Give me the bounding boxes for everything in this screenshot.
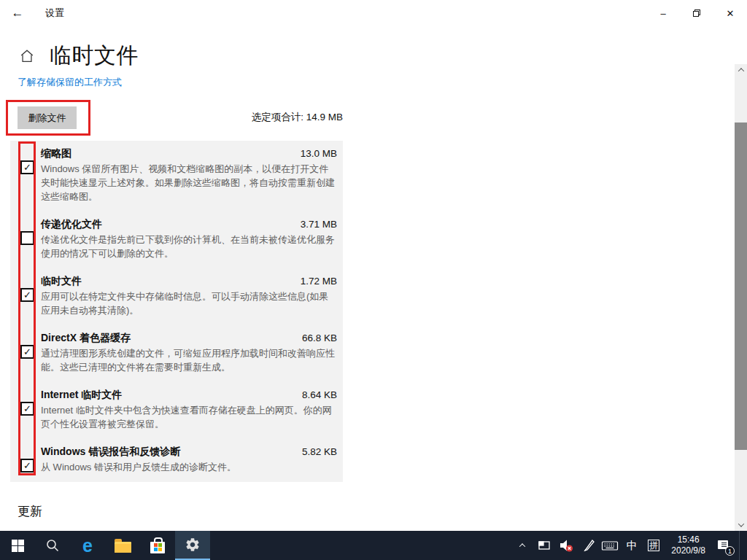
- list-item-delivery-optimization: 传递优化文件 3.71 MB 传递优化文件是指先前已下载到你的计算机、在当前未被…: [10, 211, 343, 268]
- check-icon: ✓: [23, 403, 31, 414]
- app-title: 设置: [45, 7, 64, 20]
- folder-icon: [115, 542, 131, 553]
- touch-keyboard-tray-icon[interactable]: [601, 531, 619, 560]
- checkbox-thumbnails[interactable]: ✓: [20, 160, 34, 174]
- taskbar-clock[interactable]: 15:46 2020/9/8: [667, 534, 710, 556]
- monitor-icon: [537, 538, 551, 553]
- item-title: Internet 临时文件: [41, 389, 122, 402]
- list-item-temp-files: ✓ 临时文件 1.72 MB 应用可以在特定文件夹中存储临时信息。可以手动清除这…: [10, 268, 343, 325]
- item-description: 应用可以在特定文件夹中存储临时信息。可以手动清除这些信息(如果应用未自动将其清除…: [41, 289, 336, 317]
- item-description: 传递优化文件是指先前已下载到你的计算机、在当前未被传递优化服务使用的情况下可以删…: [41, 233, 336, 260]
- restore-icon: [693, 9, 700, 17]
- item-size: 13.0 MB: [301, 148, 337, 159]
- item-title: Windows 错误报告和反馈诊断: [41, 446, 180, 459]
- chevron-up-icon: [519, 543, 525, 549]
- list-item-internet-temp: ✓ Internet 临时文件 8.64 KB Internet 临时文件夹中包…: [10, 382, 343, 439]
- selected-total: 选定项合计: 14.9 MB: [182, 111, 343, 124]
- item-size: 5.82 KB: [302, 446, 337, 457]
- pen-tray-icon[interactable]: [579, 531, 597, 560]
- close-icon: ✕: [727, 8, 735, 19]
- network-tray-icon[interactable]: [535, 531, 553, 560]
- learn-storage-link[interactable]: 了解存储保留的工作方式: [18, 76, 122, 89]
- page-header: 临时文件: [19, 41, 139, 71]
- close-button[interactable]: ✕: [713, 0, 747, 26]
- item-title: 传递优化文件: [41, 218, 102, 231]
- item-description: Windows 保留所有图片、视频和文档缩略图的副本，以便在打开文件夹时能快速显…: [41, 162, 336, 203]
- taskbar: e: [0, 531, 747, 560]
- pinyin-badge: 拼: [648, 540, 659, 551]
- ime-language-indicator[interactable]: 中: [623, 531, 640, 560]
- search-icon: [45, 538, 60, 553]
- update-section-header: 更新: [18, 503, 42, 520]
- delete-files-button[interactable]: 删除文件: [18, 106, 77, 129]
- item-size: 1.72 MB: [301, 276, 337, 287]
- back-button[interactable]: ←: [0, 0, 35, 26]
- search-button[interactable]: [35, 531, 70, 560]
- check-icon: ✓: [23, 346, 31, 357]
- minimize-button[interactable]: –: [646, 0, 680, 26]
- item-description: 通过清理图形系统创建的文件，可缩短应用程序加载时间和改善响应性能。这些已清理的文…: [41, 346, 336, 374]
- minimize-icon: –: [660, 8, 665, 19]
- item-size: 8.64 KB: [302, 389, 337, 400]
- file-explorer-button[interactable]: [105, 531, 140, 560]
- tray-expand-button[interactable]: [514, 531, 531, 560]
- clock-time: 15:46: [671, 534, 705, 545]
- list-item-thumbnails: ✓ 缩略图 13.0 MB Windows 保留所有图片、视频和文档缩略图的副本…: [10, 141, 343, 211]
- check-icon: ✓: [23, 289, 31, 300]
- item-description: 从 Windows 错误和用户反馈生成的诊断文件。: [41, 460, 336, 474]
- clock-date: 2020/9/8: [671, 545, 705, 556]
- check-icon: ✓: [23, 162, 31, 173]
- window-controls: – ✕: [646, 0, 747, 26]
- chevron-up-icon: [738, 68, 743, 74]
- checkbox-temp-files[interactable]: ✓: [20, 288, 34, 302]
- temp-file-list: ✓ 缩略图 13.0 MB Windows 保留所有图片、视频和文档缩略图的副本…: [10, 141, 343, 482]
- restore-button[interactable]: [680, 0, 713, 26]
- item-size: 3.71 MB: [301, 219, 337, 230]
- checkbox-internet-temp[interactable]: ✓: [20, 402, 34, 416]
- keyboard-icon: [601, 538, 619, 553]
- back-arrow-icon: ←: [12, 6, 24, 20]
- titlebar: ← 设置 – ✕: [0, 0, 747, 26]
- vertical-scrollbar[interactable]: [735, 64, 747, 531]
- speaker-muted-icon: [558, 537, 574, 553]
- store-icon: [150, 542, 165, 553]
- scrollbar-thumb[interactable]: [735, 122, 747, 450]
- start-button[interactable]: [0, 531, 35, 560]
- checkbox-directx-cache[interactable]: ✓: [20, 345, 34, 359]
- home-icon: [19, 48, 35, 64]
- action-center-button[interactable]: 1: [714, 531, 732, 560]
- system-tray: 中 拼 15:46 2020/9/8 1: [514, 531, 747, 560]
- gear-icon: [185, 537, 201, 553]
- edge-icon: e: [82, 537, 93, 555]
- chevron-down-icon: [738, 521, 743, 526]
- item-title: 缩略图: [41, 147, 71, 160]
- ime-pinyin-indicator[interactable]: 拼: [645, 531, 662, 560]
- show-desktop-strip[interactable]: [739, 531, 740, 560]
- store-button[interactable]: [140, 531, 175, 560]
- check-icon: ✓: [23, 460, 31, 471]
- settings-window: ← 设置 – ✕ 临时文件 了解存储保留的工作方式 删除文件 选定项合计: 14…: [0, 0, 747, 560]
- checkbox-error-reports[interactable]: ✓: [20, 459, 34, 472]
- list-item-error-reports: ✓ Windows 错误报告和反馈诊断 5.82 KB 从 Windows 错误…: [10, 439, 343, 482]
- notification-badge: 1: [725, 546, 735, 556]
- item-description: Internet 临时文件夹中包含为快速查看而存储在硬盘上的网页。你的网页个性化…: [41, 403, 336, 431]
- pen-icon: [581, 538, 595, 553]
- scroll-down-button[interactable]: [735, 519, 747, 531]
- windows-logo-icon: [12, 540, 24, 552]
- item-size: 66.8 KB: [302, 332, 337, 343]
- scroll-up-button[interactable]: [735, 64, 747, 76]
- settings-taskbar-button[interactable]: [175, 531, 210, 560]
- edge-button[interactable]: e: [70, 531, 105, 560]
- list-item-directx-cache: ✓ DirectX 着色器缓存 66.8 KB 通过清理图形系统创建的文件，可缩…: [10, 325, 343, 382]
- volume-muted-tray-icon[interactable]: [557, 531, 575, 560]
- item-title: DirectX 着色器缓存: [41, 332, 131, 345]
- checkbox-delivery-optimization[interactable]: [20, 231, 34, 245]
- item-title: 临时文件: [41, 275, 82, 288]
- page-title: 临时文件: [50, 41, 139, 71]
